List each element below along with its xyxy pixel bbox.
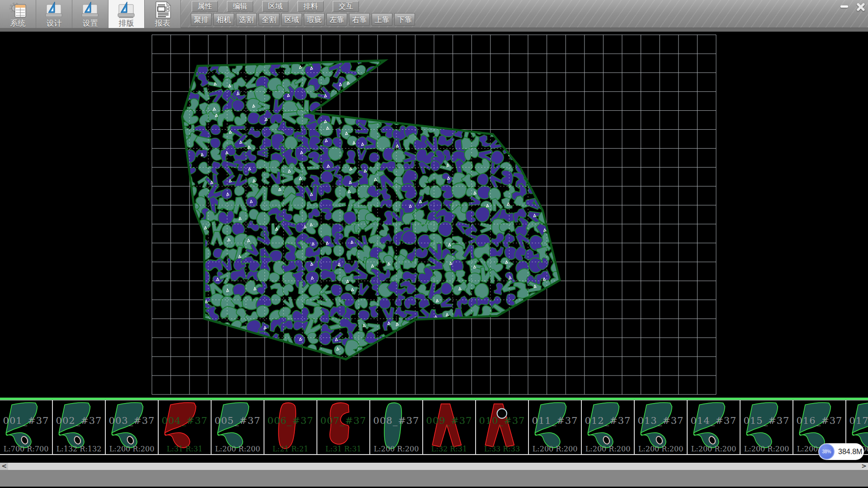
thumbnail-shape: [688, 400, 741, 453]
horizontal-scrollbar[interactable]: < >: [0, 463, 868, 470]
progress-percent: 38%: [822, 449, 831, 454]
thumbnail-shape: [423, 400, 476, 453]
progress-circle: 38%: [819, 444, 835, 460]
tool-item-9[interactable]: 上靠: [372, 13, 392, 26]
minimize-icon: [840, 5, 848, 8]
tool-item-4[interactable]: 全割: [259, 13, 279, 26]
memory-status-badge: 38% 384.8M: [818, 443, 864, 460]
thumbnail-shape: [317, 400, 370, 453]
thumbnail-shape: [0, 400, 53, 453]
tool-item-10[interactable]: 下靠: [394, 13, 415, 26]
thumbnail-shape: [635, 400, 688, 453]
thumbnail-shape: [159, 400, 212, 453]
memory-value: 384.8M: [838, 443, 862, 460]
window-controls: [838, 1, 867, 12]
thumbnail-shape: [264, 400, 317, 453]
menu-bar: 属性编辑区域排料交互: [192, 1, 359, 12]
app-button-4[interactable]: 排版: [108, 0, 145, 28]
thumbnail-shape: [741, 400, 793, 453]
app-button-2[interactable]: 设计: [36, 0, 72, 28]
thumbnail-shape: [212, 400, 264, 453]
status-bar: [0, 470, 868, 487]
titlebar-bottom-strip: [0, 28, 868, 32]
thumbnail-shape: [582, 400, 635, 453]
tool-item-7[interactable]: 左靠: [326, 13, 347, 26]
close-icon: [857, 3, 865, 11]
thumbnail-piece-005_#37[interactable]: 005_#37L:200 R:200: [212, 400, 264, 454]
app-button-label: 报表: [155, 19, 170, 28]
app-mode-buttons: 系统设计设置排版报表: [0, 0, 181, 28]
thumbnail-piece-002_#37[interactable]: 002_#37L:132 R:132: [53, 400, 106, 454]
thumbnail-shape: [476, 400, 529, 453]
thumbnail-piece-011_#37[interactable]: 011_#37L:200 R:200: [529, 400, 582, 454]
thumbnail-piece-006_#37[interactable]: 006_#37L:21 R:21: [264, 400, 317, 454]
thumbnail-shape: [529, 400, 582, 453]
app-button-1[interactable]: 系统: [0, 0, 36, 28]
thumbnail-piece-008_#37[interactable]: 008_#37L:200 R:200: [370, 400, 423, 454]
report-document-icon: [152, 1, 173, 19]
piece-thumbnail-strip: 001_#37L:700 R:700002_#37L:132 R:132003_…: [0, 400, 868, 455]
thumbnail-piece-004_#37[interactable]: 004_#37L:31 R:31: [159, 400, 212, 454]
system-gear-icon: [8, 1, 28, 19]
thumbnail-piece-014_#37[interactable]: 014_#37L:200 R:200: [688, 400, 741, 454]
close-button[interactable]: [854, 1, 867, 12]
tool-item-5[interactable]: 区域: [281, 13, 302, 26]
tool-item-6[interactable]: 瑕疵: [304, 13, 325, 26]
thumbnail-piece-009_#37[interactable]: 009_#37L:32 R:31: [423, 400, 476, 454]
menu-item-4[interactable]: 排料: [297, 1, 324, 12]
menu-item-3[interactable]: 区域: [262, 1, 288, 12]
thumbnail-shape: [106, 400, 159, 453]
design-ruler-icon: [44, 1, 65, 19]
tool-item-2[interactable]: 相机: [213, 13, 234, 26]
thumbnail-piece-003_#37[interactable]: 003_#37L:200 R:200: [106, 400, 159, 454]
app-button-label: 设置: [83, 19, 98, 28]
nesting-canvas[interactable]: [0, 32, 868, 398]
thumbnail-piece-001_#37[interactable]: 001_#37L:700 R:700: [0, 400, 53, 454]
tool-item-1[interactable]: 聚排: [191, 13, 212, 26]
canvas-svg: [0, 32, 868, 398]
app-button-label: 系统: [10, 19, 26, 28]
thumbnail-piece-010_#37[interactable]: 010_#37L:33 R:33: [476, 400, 529, 454]
app-button-label: 排版: [119, 19, 134, 28]
menu-item-1[interactable]: 属性: [192, 1, 218, 12]
menu-item-2[interactable]: 编辑: [227, 1, 253, 12]
thumbnail-shape: [370, 400, 423, 453]
thumbnail-piece-015_#37[interactable]: 015_#37L:200 R:200: [741, 400, 793, 454]
nesting-ruler-icon: [116, 1, 137, 19]
thumbnail-piece-007_#37[interactable]: 007_#37L:31 R:31: [317, 400, 370, 454]
scroll-left-arrow-icon[interactable]: <: [0, 463, 8, 470]
app-button-label: 设计: [47, 19, 62, 28]
thumbnail-shape: [53, 400, 106, 453]
thumbnail-piece-013_#37[interactable]: 013_#37L:200 R:200: [635, 400, 688, 454]
titlebar: 系统设计设置排版报表 属性编辑区域排料交互 聚排相机选割全割区域瑕疵左靠右靠上靠…: [0, 0, 868, 32]
settings-ruler-icon: [80, 1, 101, 19]
scroll-right-arrow-icon[interactable]: >: [860, 463, 868, 470]
app-button-3[interactable]: 设置: [72, 0, 108, 28]
minimize-button[interactable]: [838, 1, 850, 12]
tool-item-3[interactable]: 选割: [236, 13, 257, 26]
tool-item-8[interactable]: 右靠: [349, 13, 370, 26]
thumbnail-piece-012_#37[interactable]: 012_#37L:200 R:200: [582, 400, 635, 454]
menu-item-5[interactable]: 交互: [333, 1, 359, 12]
app-button-5[interactable]: 报表: [145, 0, 181, 28]
tool-bar: 聚排相机选割全割区域瑕疵左靠右靠上靠下靠: [191, 13, 415, 26]
